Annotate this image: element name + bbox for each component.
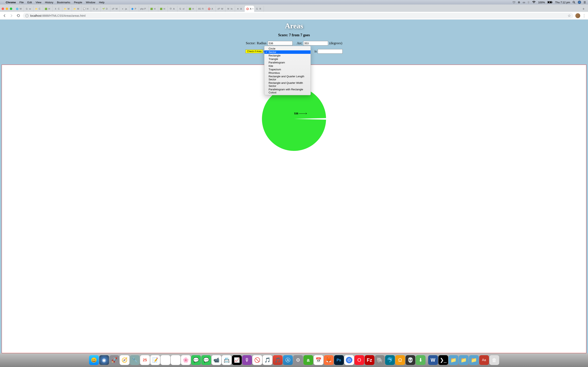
menu-help[interactable]: Help (99, 1, 104, 4)
dropdown-option[interactable]: Kite (264, 64, 311, 68)
browser-tab[interactable]: ⭕A× (245, 6, 254, 12)
browser-tab[interactable]: 💬H (81, 6, 91, 12)
dock-calendar-icon[interactable]: 25 (140, 355, 150, 365)
dropdown-option[interactable]: Sector (264, 50, 311, 54)
dock-folder2-icon[interactable]: 📁 (459, 355, 468, 365)
app-name[interactable]: Chrome (6, 1, 16, 4)
browser-tab[interactable]: 🟩H (149, 6, 158, 12)
menu-people[interactable]: People (74, 1, 82, 4)
dock-anaconda-icon[interactable]: a (303, 355, 313, 365)
browser-tab[interactable]: 📁M (72, 6, 81, 12)
dock-trash-icon[interactable]: 🗑 (489, 355, 499, 365)
dock-appstore-icon[interactable]: Ⓐ (283, 355, 293, 365)
dock-safari-icon[interactable]: 🧭 (120, 355, 130, 365)
browser-tab[interactable]: 🟩H (187, 6, 197, 12)
browser-tab[interactable]: cPW (110, 6, 120, 12)
wifi-icon[interactable] (532, 1, 536, 3)
dropdown-option[interactable]: Triangle (264, 57, 311, 61)
mamp-icon[interactable]: ⚙ (518, 1, 520, 4)
dock-torrent-icon[interactable]: ⬇ (416, 355, 425, 365)
window-maximize-button[interactable] (10, 8, 12, 10)
dock-calendar2-icon[interactable]: 📅 (314, 355, 323, 365)
malware-icon[interactable]: 🛡 (513, 1, 515, 4)
browser-tab[interactable]: MIn (225, 6, 235, 12)
browser-tab[interactable]: 🌐W (14, 6, 24, 12)
siri-menubar-icon[interactable] (578, 1, 581, 4)
dock-mamp-icon[interactable]: 🐘 (375, 355, 385, 365)
browser-tab[interactable]: cPW (216, 6, 225, 12)
dock-music-icon[interactable]: 🎵 (263, 355, 272, 365)
dock-terminal-icon[interactable]: ❯_ (438, 355, 448, 365)
dock-chrome-icon[interactable] (344, 355, 354, 365)
dock-folder1-icon[interactable]: 📁 (449, 355, 458, 365)
dock-stocks-icon[interactable]: 📈 (232, 355, 242, 365)
battery-icon[interactable] (547, 1, 553, 3)
menu-view[interactable]: View (35, 1, 41, 4)
browser-tab[interactable]: 📁M (62, 6, 72, 12)
dock-launchpad-icon[interactable]: 🚀 (109, 355, 119, 365)
spotlight-icon[interactable] (572, 1, 575, 4)
dock-filezilla-icon[interactable]: Fz (365, 355, 374, 365)
browser-tab[interactable]: phpP (139, 6, 149, 12)
dropdown-option[interactable]: Rectangle (264, 54, 311, 57)
shape-dropdown[interactable]: CircleSectorRectangleTriangleParallelogr… (264, 46, 311, 95)
tab-close-icon[interactable]: × (252, 8, 253, 10)
browser-tab[interactable]: ⓐA (168, 6, 177, 12)
bluetooth-icon[interactable]: ⚲ (527, 1, 530, 4)
dropdown-option[interactable]: Circle (264, 47, 311, 50)
dropdown-option[interactable]: Parallelogram with Rectangle Cutout (264, 88, 311, 94)
check-area-button[interactable]: Check if Area (245, 50, 263, 53)
dock-notes-icon[interactable]: 📝 (150, 355, 160, 365)
browser-tab[interactable]: ðGFi (197, 6, 206, 12)
dropdown-option[interactable]: Parallelogram (264, 61, 311, 64)
browser-tab[interactable]: Gcl (177, 6, 187, 12)
dropdown-option[interactable]: Rectangle and Quarter Width Sector (264, 81, 311, 88)
dock-facetime-icon[interactable]: 📹 (212, 355, 221, 365)
menu-file[interactable]: File (19, 1, 24, 4)
dock-mysql-icon[interactable]: 🐬 (385, 355, 395, 365)
airplay-icon[interactable]: ▭ (523, 1, 525, 4)
site-info-icon[interactable]: i (25, 14, 29, 17)
dock-sysprefs-icon[interactable]: ⚙ (293, 355, 303, 365)
menu-history[interactable]: History (45, 1, 53, 4)
browser-tab[interactable]: Gw (24, 6, 34, 12)
browser-tab[interactable]: 🔷P (130, 6, 139, 12)
browser-tab[interactable]: XC (53, 6, 62, 12)
notification-center-icon[interactable]: ☰ (584, 1, 586, 4)
dock-utility-icon[interactable]: 🔧 (130, 355, 140, 365)
menu-edit[interactable]: Edit (27, 1, 32, 4)
reload-button[interactable] (16, 13, 21, 18)
browser-tab[interactable]: GR (254, 6, 264, 12)
dock-skull-icon[interactable]: 💀 (406, 355, 415, 365)
dock-folder3-icon[interactable]: 📁 (469, 355, 479, 365)
window-close-button[interactable] (2, 8, 4, 10)
browser-tab[interactable]: ❄A (235, 6, 245, 12)
menu-window[interactable]: Window (86, 1, 95, 4)
dock-dictionary-icon[interactable]: Aa (479, 355, 489, 365)
dropdown-option[interactable]: Rectangle and Quarter Length Sector (264, 75, 311, 81)
dropdown-option[interactable]: Trapezium (264, 68, 311, 71)
back-button[interactable] (2, 13, 7, 18)
chrome-menu-icon[interactable]: ⋮ (582, 13, 586, 18)
answer-input[interactable] (318, 49, 343, 54)
browser-tab[interactable]: Gp (91, 6, 101, 12)
dock-reminders-icon[interactable]: ☑ (160, 355, 170, 365)
dock-contacts-icon[interactable]: 📇 (222, 355, 232, 365)
dropdown-option[interactable]: Rhombus (264, 71, 311, 75)
battery-percent[interactable]: 100% (538, 1, 545, 4)
dock-word-icon[interactable]: W (428, 355, 438, 365)
browser-tab[interactable]: 📁C (34, 6, 43, 12)
dock-opera-icon[interactable]: O (355, 355, 364, 365)
dock-nosign-icon[interactable]: 🚫 (252, 355, 262, 365)
browser-tab[interactable]: ≡ja (120, 6, 130, 12)
window-minimize-button[interactable] (6, 8, 8, 10)
browser-tab[interactable]: 🟩H (158, 6, 168, 12)
browser-tab[interactable]: 🌱D (101, 6, 110, 12)
address-bar[interactable]: i localhost:8888/HTMLCSS/Areas/areas.htm… (23, 13, 573, 18)
dock-firefox-icon[interactable]: 🦊 (324, 355, 334, 365)
dock-photoshop-icon[interactable]: Ps (334, 355, 344, 365)
dock-messages2-icon[interactable]: 💬 (201, 355, 211, 365)
dock-siri-icon[interactable]: ◉ (99, 355, 109, 365)
browser-tab[interactable]: ⭕A (206, 6, 216, 12)
dock-audio-icon[interactable]: Ω (395, 355, 405, 365)
